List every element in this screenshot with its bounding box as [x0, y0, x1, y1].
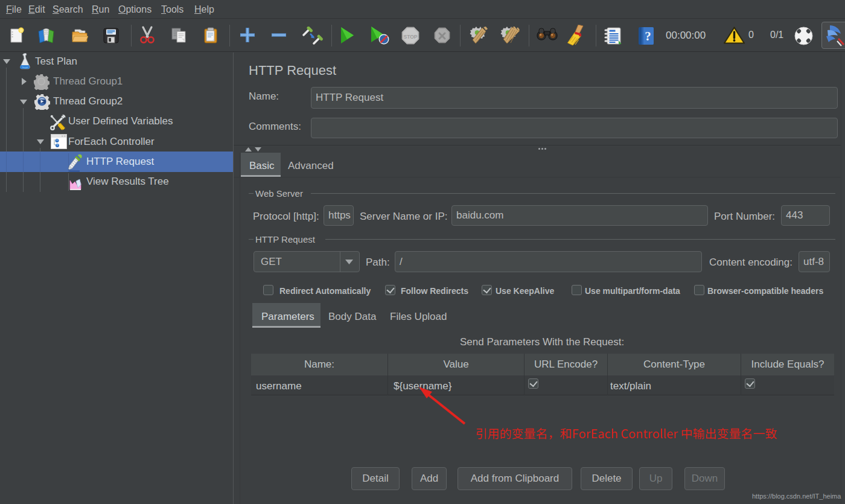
svg-text:?: ? — [645, 29, 651, 43]
svg-text:STOP: STOP — [404, 34, 418, 40]
